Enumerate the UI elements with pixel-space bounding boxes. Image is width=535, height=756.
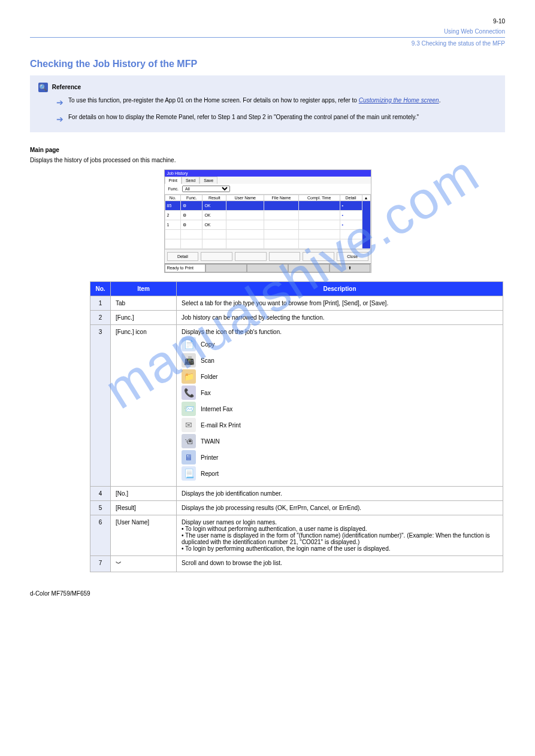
arrow-icon: ➔ bbox=[56, 114, 64, 126]
arrow-icon: ➔ bbox=[56, 97, 64, 109]
th-no: No. bbox=[90, 282, 111, 296]
detail-button[interactable]: Detail bbox=[167, 252, 199, 261]
subsection-title: Main page bbox=[30, 147, 505, 153]
table-row bbox=[165, 230, 370, 239]
row-item: Tab bbox=[111, 296, 177, 311]
col-result[interactable]: Result bbox=[202, 195, 226, 201]
filter-select[interactable]: All bbox=[182, 186, 230, 192]
scan-icon: 📠 bbox=[182, 353, 196, 368]
row-item: [No.] bbox=[111, 487, 177, 501]
mail-icon: ✉ bbox=[182, 418, 196, 432]
callout-paragraph-1: To use this function, pre-register the A… bbox=[68, 97, 440, 104]
row-no: 6 bbox=[90, 515, 111, 556]
reference-heading: Reference bbox=[52, 84, 81, 90]
row-item: [Func.] bbox=[111, 311, 177, 325]
row-desc: Display user names or login names. • To … bbox=[177, 515, 503, 556]
tab-save[interactable]: Save bbox=[200, 177, 217, 184]
row-desc: Displays the icon of the job's function.… bbox=[177, 325, 503, 487]
reference-link[interactable]: Customizing the Home screen bbox=[359, 97, 439, 104]
row-desc: Displays the job processing results (OK,… bbox=[177, 501, 503, 515]
status-ready: Ready to Print bbox=[165, 264, 206, 272]
header-divider bbox=[30, 37, 505, 38]
row-no: 3 bbox=[90, 325, 111, 487]
report-icon: 📃 bbox=[182, 466, 196, 481]
app-title: Job History bbox=[165, 170, 371, 177]
scroll-track[interactable] bbox=[362, 201, 370, 249]
page-number: 9-10 bbox=[30, 18, 505, 25]
col-detail[interactable]: Detail bbox=[340, 195, 362, 201]
row-item: [User Name] bbox=[111, 515, 177, 556]
row-no: 4 bbox=[90, 487, 111, 501]
empty-button[interactable] bbox=[201, 252, 232, 261]
row-desc: Select a tab for the job type you want t… bbox=[177, 296, 503, 311]
col-file[interactable]: File Name bbox=[264, 195, 299, 201]
tab-print[interactable]: Print bbox=[165, 177, 182, 184]
col-user[interactable]: User Name bbox=[226, 195, 264, 201]
row-no: 7 bbox=[90, 556, 111, 572]
row-item: [Result] bbox=[111, 501, 177, 515]
empty-button[interactable] bbox=[269, 252, 301, 261]
reference-callout: 🔍 Reference ➔ To use this function, pre-… bbox=[30, 75, 505, 132]
close-button[interactable]: Close bbox=[337, 252, 368, 261]
reference-icon: 🔍 bbox=[38, 83, 48, 92]
description-table: No. Item Description 1 Tab Select a tab … bbox=[90, 281, 503, 572]
filter-label: Func. bbox=[168, 187, 179, 191]
tab-send[interactable]: Send bbox=[182, 177, 200, 184]
th-item: Item bbox=[111, 282, 177, 296]
col-func[interactable]: Func. bbox=[181, 195, 202, 201]
row-desc: Scroll and down to browse the job list. bbox=[177, 556, 503, 572]
row-desc: Job history can be narrowed by selecting… bbox=[177, 311, 503, 325]
row-no: 1 bbox=[90, 296, 111, 311]
row-no: 5 bbox=[90, 501, 111, 515]
twain-icon: 🖲 bbox=[182, 434, 196, 448]
footer-model: d-Color MF759/MF659 bbox=[30, 590, 505, 597]
table-row[interactable]: 85⚙OK▪ bbox=[165, 201, 370, 211]
copy-icon: 📄 bbox=[182, 337, 196, 351]
scroll-up[interactable]: ▲ bbox=[362, 195, 370, 201]
header-line-1: Using Web Connection bbox=[30, 28, 505, 35]
folder-icon: 📁 bbox=[182, 369, 196, 384]
app-screenshot: Job History Print Send Save Func. All No… bbox=[164, 169, 371, 273]
row-item: [Func.] icon bbox=[111, 325, 177, 487]
printer-icon: 🖥 bbox=[182, 450, 196, 464]
section-title: Checking the Job History of the MFP bbox=[30, 59, 505, 69]
callout-paragraph-2: For details on how to display the Remote… bbox=[68, 114, 419, 120]
status-bar: Ready to Print ⬆ bbox=[165, 263, 371, 272]
row-no: 2 bbox=[90, 311, 111, 325]
header-line-2: 9.3 Checking the status of the MFP bbox=[30, 40, 505, 47]
ifax-icon: 📨 bbox=[182, 402, 196, 416]
job-grid: No. Func. Result User Name File Name Com… bbox=[165, 195, 371, 249]
table-row[interactable]: 2⚙OK▪ bbox=[165, 211, 370, 220]
empty-button[interactable] bbox=[235, 252, 267, 261]
subsection-desc: Displays the history of jobs processed o… bbox=[30, 157, 505, 163]
row-desc: Displays the job identification number. bbox=[177, 487, 503, 501]
col-no[interactable]: No. bbox=[165, 195, 181, 201]
fax-icon: 📞 bbox=[182, 385, 196, 400]
col-time[interactable]: Compl. Time bbox=[298, 195, 340, 201]
chevron-down-icon: ︾ bbox=[111, 556, 177, 572]
empty-button[interactable] bbox=[303, 252, 334, 261]
th-desc: Description bbox=[177, 282, 503, 296]
table-row bbox=[165, 239, 370, 249]
table-row[interactable]: 1⚙OK▪ bbox=[165, 220, 370, 230]
